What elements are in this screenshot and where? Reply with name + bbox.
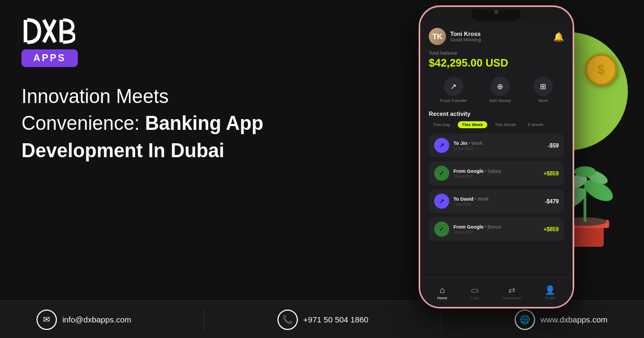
tx-amount-2: +$859	[544, 171, 559, 177]
tx-info-3: To David · Work 7 jun 2022	[453, 196, 489, 206]
logo-container: APPS	[21, 16, 317, 67]
svg-rect-0	[24, 20, 27, 42]
add-money-label: Add Money	[489, 98, 511, 103]
tx-name-2: From Google · Salary	[453, 168, 501, 174]
phone-frame: TK Toni Kross Good Morning 🔔 Total balan…	[419, 5, 574, 308]
tx-amount-3: -$479	[545, 199, 559, 204]
transaction-icon: ⇄	[508, 285, 515, 295]
left-section: APPS Innovation Meets Convenience: Banki…	[21, 16, 317, 306]
nav-card-label: Card	[471, 296, 479, 300]
email-text: info@dxbapps.com	[62, 315, 131, 324]
svg-rect-3	[60, 20, 63, 42]
tx-date-4: 10 jun 2022	[453, 230, 501, 234]
fund-transfer-icon: ↗	[444, 77, 463, 96]
tx-date-1: 12 jun 2022	[453, 146, 482, 150]
footer-divider-1	[204, 309, 204, 330]
nav-transaction[interactable]: ⇄ Transaction	[502, 285, 522, 300]
activity-title: Recent activity	[429, 111, 564, 117]
tx-date-2: 10 jun 2022	[453, 174, 501, 178]
tab-this-day[interactable]: This Day	[429, 121, 455, 128]
transactions-list: ↗ To Jin · Work 12 jun 2022 -$59 ✓	[429, 134, 564, 241]
logo-apps-text: APPS	[33, 53, 66, 63]
bell-icon[interactable]: 🔔	[553, 32, 564, 42]
action-buttons: ↗ Fund Transfer ⊕ Add Money ⊞ More	[429, 77, 564, 103]
nav-profile-label: Profile	[545, 296, 555, 300]
logo-apps-badge: APPS	[21, 49, 78, 67]
more-btn[interactable]: ⊞ More	[533, 77, 553, 103]
tx-info-2: From Google · Salary 10 jun 2022	[453, 168, 501, 178]
add-money-btn[interactable]: ⊕ Add Money	[489, 77, 511, 103]
avatar: TK	[429, 28, 446, 45]
card-icon: ▭	[471, 285, 479, 295]
tx-icon-4: ✓	[434, 222, 449, 237]
tx-name-1: To Jin · Work	[453, 141, 482, 146]
headline: Innovation Meets Convenience: Banking Ap…	[21, 83, 317, 164]
bottom-nav: ⌂ Home ▭ Card ⇄ Transaction 👤 Profile	[420, 277, 573, 307]
headline-line3: Development In Dubai	[21, 137, 317, 164]
table-row[interactable]: ✓ From Google · Bonus 10 jun 2022 +$859	[429, 217, 564, 241]
nav-transaction-label: Transaction	[502, 296, 522, 300]
email-icon: ✉	[36, 310, 57, 330]
tx-left-4: ✓ From Google · Bonus 10 jun 2022	[434, 222, 501, 237]
balance-amount: $42,295.00 USD	[429, 57, 564, 69]
fund-transfer-btn[interactable]: ↗ Fund Transfer	[440, 77, 467, 103]
user-info: Toni Kross Good Morning	[450, 31, 481, 42]
phone-notch	[472, 10, 521, 21]
app-header-left: TK Toni Kross Good Morning	[429, 28, 481, 45]
profile-icon: 👤	[545, 285, 555, 295]
nav-home[interactable]: ⌂ Home	[437, 285, 448, 300]
right-section: $	[376, 0, 644, 300]
table-row[interactable]: ↗ To David · Work 7 jun 2022 -$479	[429, 189, 564, 213]
tx-info-1: To Jin · Work 12 jun 2022	[453, 141, 482, 150]
tx-icon-1: ↗	[434, 138, 449, 153]
activity-tabs: This Day This Week This Month 6 Month	[429, 121, 564, 128]
table-row[interactable]: ↗ To Jin · Work 12 jun 2022 -$59	[429, 134, 564, 157]
fund-transfer-label: Fund Transfer	[440, 98, 467, 103]
nav-profile[interactable]: 👤 Profile	[545, 285, 555, 300]
web-icon: 🌐	[515, 310, 535, 330]
phone-text: +971 50 504 1860	[303, 315, 368, 324]
svg-point-15	[574, 166, 596, 177]
footer-email: ✉ info@dxbapps.com	[36, 310, 131, 330]
tx-date-3: 7 jun 2022	[453, 202, 489, 206]
phone-screen: TK Toni Kross Good Morning 🔔 Total balan…	[420, 21, 573, 308]
tx-left-2: ✓ From Google · Salary 10 jun 2022	[434, 166, 501, 181]
tx-icon-3: ↗	[434, 194, 449, 209]
tx-left-3: ↗ To David · Work 7 jun 2022	[434, 194, 489, 209]
tx-left-1: ↗ To Jin · Work 12 jun 2022	[434, 138, 482, 153]
footer-phone: 📞 +971 50 504 1860	[277, 310, 368, 330]
tx-amount-4: +$859	[544, 226, 559, 232]
nav-card[interactable]: ▭ Card	[471, 285, 479, 300]
table-row[interactable]: ✓ From Google · Salary 10 jun 2022 +$859	[429, 161, 564, 185]
phone-notch-dot	[494, 10, 499, 14]
balance-label: Total balance	[429, 50, 564, 56]
nav-home-label: Home	[437, 296, 448, 300]
tab-this-month[interactable]: This Month	[491, 121, 521, 128]
user-name: Toni Kross	[450, 31, 481, 37]
app-header: TK Toni Kross Good Morning 🔔	[429, 28, 564, 45]
tx-info-4: From Google · Bonus 10 jun 2022	[453, 224, 501, 234]
footer-website: 🌐 www.dxbapps.com	[515, 310, 608, 330]
tx-name-4: From Google · Bonus	[453, 224, 501, 230]
phone-icon: 📞	[277, 310, 298, 330]
tab-this-week[interactable]: This Week	[458, 121, 487, 128]
add-money-icon: ⊕	[491, 77, 510, 96]
deco-coin: $	[585, 54, 617, 86]
footer-divider-2	[441, 309, 442, 330]
headline-line2: Convenience: Banking App	[21, 110, 317, 137]
tx-name-3: To David · Work	[453, 196, 489, 202]
logo-dxb	[21, 16, 75, 48]
website-text: www.dxbapps.com	[540, 315, 608, 324]
tab-6-month[interactable]: 6 Month	[524, 121, 548, 128]
headline-line1: Innovation Meets	[21, 83, 317, 110]
tx-amount-1: -$59	[548, 143, 559, 149]
home-icon: ⌂	[440, 285, 445, 295]
tx-icon-2: ✓	[434, 166, 449, 181]
greeting: Good Morning	[450, 37, 481, 42]
more-label: More	[538, 98, 548, 103]
more-icon: ⊞	[533, 77, 553, 96]
